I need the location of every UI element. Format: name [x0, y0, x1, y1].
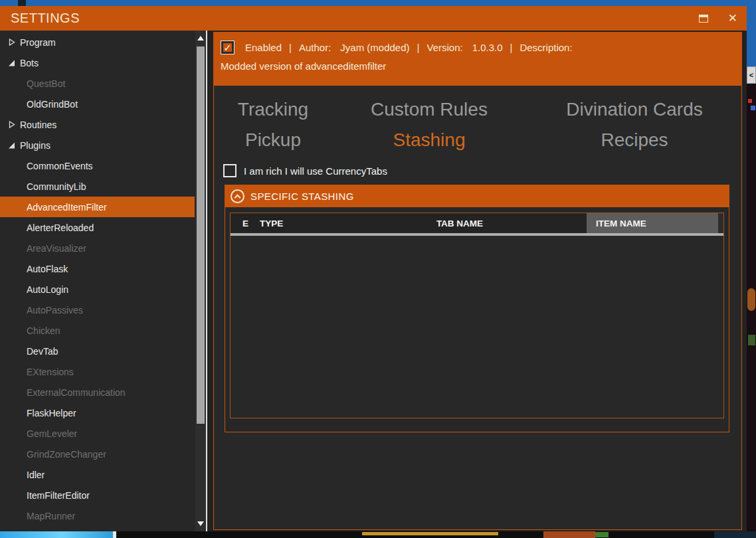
sidebar-item-bots[interactable]: Bots — [0, 52, 195, 73]
sidebar-item-maprunner[interactable]: MapRunner — [0, 505, 195, 526]
close-icon[interactable]: ✕ — [728, 13, 737, 24]
expander-expanded-icon[interactable] — [8, 59, 15, 66]
expander-collapsed-icon[interactable] — [8, 39, 15, 46]
background-scroll-left-button[interactable]: < — [747, 66, 756, 84]
sidebar-item-areavisualizer[interactable]: AreaVisualizer — [0, 238, 195, 258]
sidebar-item-itemfiltereditor[interactable]: ItemFilterEditor — [0, 485, 195, 505]
sidebar-item-flaskhelper[interactable]: FlaskHelper — [0, 403, 195, 423]
sidebar-item-label: OldGrindBot — [27, 99, 78, 110]
version-value: 1.0.3.0 — [472, 42, 503, 53]
window-title: SETTINGS — [0, 11, 80, 26]
restore-icon[interactable] — [699, 15, 708, 23]
author-value: Jyam (modded) — [340, 42, 409, 53]
sidebar-item-label: GrindZoneChanger — [27, 449, 106, 460]
specific-stashing-body: E TYPE TAB NAME ITEM NAME — [225, 207, 729, 418]
version-label: Version: — [426, 42, 462, 53]
plugin-tree: ProgramBotsQuestBotOldGrindBotRoutinesPl… — [0, 32, 195, 526]
table-header-underline — [231, 233, 723, 236]
specific-stashing-section: SPECIFIC STASHING E TYPE TAB NAME ITEM N… — [225, 185, 729, 432]
currency-tabs-label: I am rich I will use CurrencyTabs — [244, 165, 387, 177]
column-header-e[interactable]: E — [231, 213, 260, 233]
specific-stashing-header[interactable]: SPECIFIC STASHING — [225, 185, 729, 207]
sidebar-item-extensions[interactable]: EXtensions — [0, 361, 195, 382]
scroll-up-icon[interactable] — [197, 36, 204, 41]
sidebar-scrollbar[interactable] — [195, 31, 206, 531]
expander-collapsed-icon[interactable] — [8, 121, 15, 128]
plugin-settings-panel: ✓ Enabled | Author: Jyam (modded) | Vers… — [213, 32, 742, 530]
background-game-icons — [543, 531, 595, 538]
sidebar-item-label: MapRunner — [27, 511, 75, 521]
tab-tracking[interactable]: Tracking — [214, 94, 332, 125]
sidebar-item-advanceditemfilter[interactable]: AdvancedItemFilter — [0, 197, 195, 217]
sidebar-item-label: AdvancedItemFilter — [27, 202, 107, 213]
stashing-table[interactable]: E TYPE TAB NAME ITEM NAME — [230, 213, 724, 418]
sidebar-item-questbot[interactable]: QuestBot — [0, 73, 195, 94]
sidebar-item-label: Plugins — [20, 140, 50, 151]
scrollbar-thumb[interactable] — [197, 46, 205, 424]
column-header-tab-name[interactable]: TAB NAME — [333, 213, 587, 233]
currency-tabs-checkbox[interactable] — [223, 164, 236, 177]
tab-recipes[interactable]: Recipes — [526, 125, 743, 155]
sidebar-item-communitylib[interactable]: CommunityLib — [0, 176, 195, 197]
author-label: Author: — [299, 42, 331, 53]
sidebar-item-label: DevTab — [27, 346, 58, 357]
sidebar-item-label: Routines — [20, 120, 56, 130]
sidebar-item-oldgrindbot[interactable]: OldGrindBot — [0, 94, 195, 114]
enabled-checkbox[interactable]: ✓ — [221, 41, 235, 54]
sidebar-item-plugins[interactable]: Plugins — [0, 135, 195, 155]
sidebar-item-grindzonechanger[interactable]: GrindZoneChanger — [0, 444, 195, 464]
scroll-down-icon[interactable] — [197, 521, 204, 526]
titlebar[interactable]: SETTINGS ✕ — [0, 6, 747, 31]
sidebar-item-gemleveler[interactable]: GemLeveler — [0, 423, 195, 444]
sidebar-item-label: Chicken — [27, 325, 60, 336]
sidebar-item-program[interactable]: Program — [0, 32, 195, 52]
sidebar-item-label: AutoPassives — [27, 305, 83, 315]
background-desktop-bottom-strip — [0, 531, 756, 538]
table-scrollbar-gutter — [718, 213, 723, 233]
tab-stashing[interactable]: Stashing — [332, 125, 526, 155]
background-game-icon-green — [595, 532, 609, 537]
sidebar-item-label: ExternalCommunication — [27, 387, 126, 398]
sidebar-item-label: CommunityLib — [27, 181, 86, 192]
background-window-titlebar-strip — [0, 0, 756, 6]
sidebar-item-devtab[interactable]: DevTab — [0, 341, 195, 361]
sidebar-item-externalcommunication[interactable]: ExternalCommunication — [0, 382, 195, 403]
column-header-item-name[interactable]: ITEM NAME — [587, 213, 718, 233]
tab-divination-cards[interactable]: Divination Cards — [526, 94, 743, 125]
sidebar-item-label: AreaVisualizer — [27, 243, 86, 254]
currency-tabs-row: I am rich I will use CurrencyTabs — [223, 163, 741, 179]
background-desktop-right-strip: < — [747, 6, 756, 538]
screen: < SETTINGS ✕ ProgramBotsQuestBotOldGrind… — [0, 0, 756, 538]
tab-custom-rules[interactable]: Custom Rules — [332, 94, 526, 125]
tab-pickup[interactable]: Pickup — [214, 125, 332, 155]
sidebar: ProgramBotsQuestBotOldGrindBotRoutinesPl… — [0, 31, 207, 531]
sidebar-item-label: AutoLogin — [27, 284, 68, 295]
sidebar-item-autoflask[interactable]: AutoFlask — [0, 258, 195, 279]
enabled-label: Enabled — [245, 42, 282, 53]
background-blue-dot — [751, 106, 755, 110]
separator: | — [510, 42, 513, 53]
background-wallpaper — [0, 531, 113, 538]
background-game-water — [714, 531, 756, 538]
sidebar-item-autologin[interactable]: AutoLogin — [0, 279, 195, 300]
sidebar-item-label: GemLeveler — [27, 428, 77, 439]
collapse-chevron-up-icon[interactable] — [231, 189, 244, 203]
expander-expanded-icon[interactable] — [8, 141, 15, 149]
sidebar-item-chicken[interactable]: Chicken — [0, 320, 195, 341]
sidebar-item-routines[interactable]: Routines — [0, 114, 195, 135]
sidebar-item-alerterreloaded[interactable]: AlerterReloaded — [0, 217, 195, 238]
sidebar-item-label: AlerterReloaded — [27, 223, 94, 233]
sidebar-item-label: Program — [20, 37, 56, 48]
column-header-type[interactable]: TYPE — [260, 213, 333, 233]
background-game-art-2 — [748, 335, 755, 345]
plugin-info-banner: ✓ Enabled | Author: Jyam (modded) | Vers… — [214, 33, 741, 86]
sidebar-item-commonevents[interactable]: CommonEvents — [0, 155, 195, 176]
sidebar-item-label: ItemFilterEditor — [27, 490, 90, 501]
sidebar-item-idler[interactable]: Idler — [0, 464, 195, 485]
settings-window: SETTINGS ✕ ProgramBotsQuestBotOldGrindBo… — [0, 6, 747, 531]
sidebar-item-autopassives[interactable]: AutoPassives — [0, 300, 195, 320]
plugin-tabs: TrackingCustom RulesDivination CardsPick… — [214, 86, 741, 155]
description-value: Modded version of advanceditemfilter — [221, 60, 733, 72]
background-window-sliver — [113, 531, 116, 538]
background-game-hotbar — [362, 532, 498, 535]
